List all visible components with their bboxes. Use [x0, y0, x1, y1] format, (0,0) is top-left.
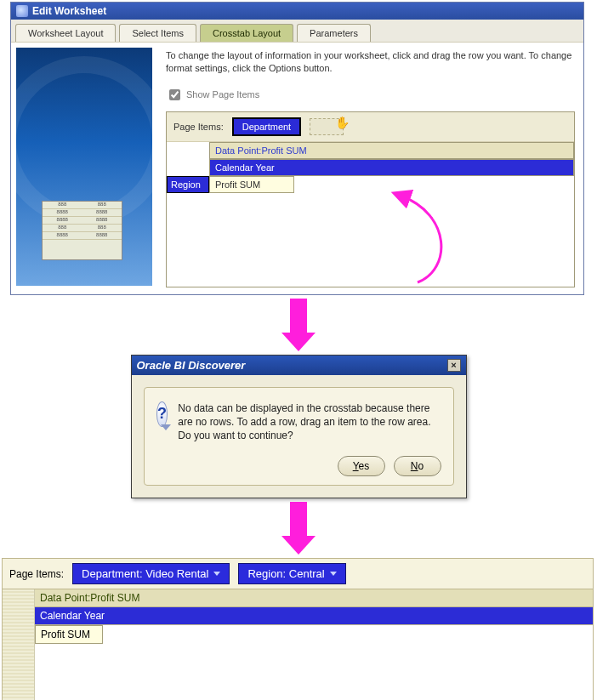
row-area-empty[interactable] [3, 589, 35, 700]
page-item-department[interactable]: Department [232, 117, 301, 136]
chip-region-label: Region: Central [247, 567, 324, 580]
show-page-items-label: Show Page Items [186, 89, 259, 100]
no-button[interactable]: No [394, 456, 441, 476]
tab-crosstab-layout[interactable]: Crosstab Layout [200, 24, 293, 42]
region-row-header[interactable]: Region [167, 176, 209, 193]
result-grid: Data Point:Profit SUM Calendar Year Prof… [3, 589, 593, 700]
page-items-label: Page Items: [173, 122, 224, 132]
dialog-message: No data can be displayed in the crosstab… [178, 401, 441, 443]
chevron-down-icon [330, 572, 337, 576]
wizard-side-image: 888888 88888888 88888888 888888 88888888 [16, 48, 152, 286]
result-page-items-label: Page Items: [9, 568, 64, 580]
result-blank-area [35, 644, 593, 700]
dialog-title: Oracle BI Discoverer [137, 359, 246, 372]
tab-worksheet-layout[interactable]: Worksheet Layout [15, 24, 116, 42]
result-crosstab: Page Items: Department: Video Rental Reg… [2, 558, 594, 700]
app-icon [16, 5, 28, 17]
dialog-close-button[interactable]: × [447, 359, 461, 372]
tab-parameters[interactable]: Parameters [297, 24, 371, 42]
window-title: Edit Worksheet [32, 5, 106, 17]
chevron-down-icon [213, 572, 220, 576]
result-page-items-row: Page Items: Department: Video Rental Reg… [3, 559, 593, 589]
result-calendar-year-header[interactable]: Calendar Year [35, 607, 593, 625]
tab-strip: Worksheet Layout Select Items Crosstab L… [11, 20, 583, 42]
page-items-row: Page Items: Department ✋ [167, 112, 574, 142]
calendar-year-header[interactable]: Calendar Year [209, 159, 574, 176]
flow-arrow-1-icon [281, 299, 316, 351]
page-item-department-chip[interactable]: Department: Video Rental [72, 563, 230, 584]
window-titlebar: Edit Worksheet [11, 3, 583, 20]
drag-arrow-icon [371, 189, 473, 291]
grab-cursor-icon: ✋ [335, 116, 350, 129]
result-profit-sum-cell: Profit SUM [35, 625, 103, 644]
result-data-point-header[interactable]: Data Point:Profit SUM [35, 589, 593, 607]
flow-arrow-2-icon [281, 502, 316, 555]
profit-sum-cell: Profit SUM [209, 176, 294, 193]
layout-body: 888888 88888888 88888888 888888 88888888… [11, 42, 583, 294]
instructions-text: To change the layout of information in y… [166, 49, 575, 75]
crosstab-layout-box: Page Items: Department ✋ Data Point:Prof… [166, 111, 575, 287]
dialog-titlebar: Oracle BI Discoverer × [132, 356, 466, 375]
question-icon: ? [156, 401, 168, 427]
crosstab-grid: Data Point:Profit SUM Calendar Year Regi… [167, 142, 574, 287]
chip-department-label: Department: Video Rental [82, 567, 208, 580]
tab-select-items[interactable]: Select Items [119, 24, 196, 42]
edit-worksheet-window: Edit Worksheet Worksheet Layout Select I… [10, 2, 584, 295]
data-point-header[interactable]: Data Point:Profit SUM [209, 142, 574, 159]
layout-content: To change the layout of information in y… [157, 43, 583, 294]
confirm-dialog: Oracle BI Discoverer × ? No data can be … [131, 355, 467, 499]
page-item-drop-target[interactable]: ✋ [310, 118, 344, 135]
show-page-items-input[interactable] [169, 89, 180, 100]
yes-button[interactable]: Yes [338, 456, 385, 476]
page-item-region-chip[interactable]: Region: Central [238, 563, 345, 584]
show-page-items-checkbox[interactable]: Show Page Items [166, 87, 575, 103]
